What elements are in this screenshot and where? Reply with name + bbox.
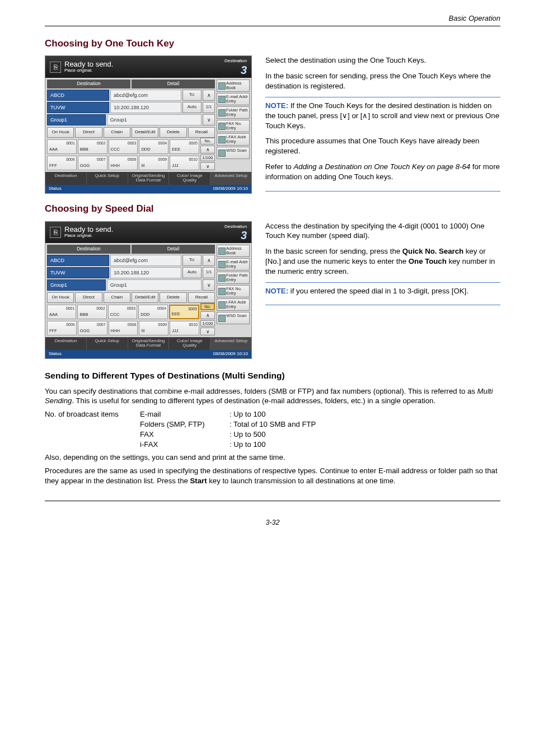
- page-number: 3-32: [45, 518, 500, 528]
- onetouch-key[interactable]: 0001AAA: [47, 305, 76, 319]
- panel-footer-tabs: Destination Quick Setup Original/Sending…: [45, 172, 251, 185]
- onetouch-key[interactable]: 0009III: [139, 321, 168, 335]
- status-label[interactable]: Status: [49, 351, 62, 357]
- onetouch-scroll-up[interactable]: ∧: [200, 146, 215, 153]
- onetouch-scroll-down[interactable]: ∨: [200, 162, 215, 170]
- dest-row-to-button[interactable]: To:: [182, 255, 202, 266]
- wsd-scan-button[interactable]: WSD Scan: [217, 147, 250, 159]
- email-entry-button[interactable]: E-mail Addr Entry: [217, 93, 250, 105]
- onetouch-key-highlight[interactable]: 0005EEE: [169, 305, 199, 319]
- foot-tab-origformat[interactable]: Original/Sending Data Format: [128, 337, 170, 350]
- wsd-scan-button[interactable]: WSD Scan: [217, 312, 250, 324]
- tab-destination[interactable]: Destination: [47, 80, 130, 88]
- onetouch-key[interactable]: 0003CCC: [109, 139, 138, 154]
- onetouch-key[interactable]: 0006FFF: [47, 321, 77, 335]
- onetouch-key[interactable]: 0008HHH: [109, 156, 138, 170]
- onhook-button[interactable]: On Hook: [47, 292, 74, 303]
- address-book-button[interactable]: Address Book: [217, 245, 250, 257]
- email-entry-button[interactable]: E-mail Addr Entry: [217, 258, 250, 270]
- chevron-down-icon: ∨: [342, 111, 348, 120]
- spec-val: : Up to 100: [229, 409, 500, 419]
- tab-detail[interactable]: Detail: [132, 80, 215, 88]
- dest-row-detail: abcd@efg.com: [110, 255, 181, 266]
- fax-entry-button[interactable]: FAX No. Entry: [217, 285, 250, 297]
- onetouch-key[interactable]: 0007GGG: [78, 156, 107, 170]
- tab-destination[interactable]: Destination: [47, 245, 130, 253]
- foot-tab-quicksetup[interactable]: Quick Setup: [87, 337, 128, 350]
- dest-page-ind: 1/1: [203, 267, 215, 278]
- s1-p1: Select the destination using the One Tou…: [265, 55, 500, 66]
- onetouch-key[interactable]: 0002BBB: [77, 305, 106, 319]
- chain-button[interactable]: Chain: [104, 127, 130, 138]
- direct-button[interactable]: Direct: [75, 292, 102, 303]
- chain-button[interactable]: Chain: [104, 292, 130, 303]
- panel-place: Place original.: [64, 68, 113, 74]
- no-button[interactable]: No.: [200, 138, 215, 144]
- foot-tab-color[interactable]: Color/ Image Quality: [169, 337, 210, 350]
- dest-row-name[interactable]: ABCD: [47, 90, 109, 101]
- tab-detail[interactable]: Detail: [132, 245, 215, 253]
- dest-page-ind: 1/1: [203, 102, 215, 113]
- dest-scroll-down[interactable]: ∨: [203, 279, 215, 291]
- onetouch-key[interactable]: 0004DDD: [138, 305, 167, 319]
- onetouch-key[interactable]: 0010JJJ: [170, 156, 199, 170]
- ifax-entry-button[interactable]: i-FAX Addr Entry: [217, 298, 250, 311]
- recall-button[interactable]: Recall: [188, 292, 215, 303]
- foot-tab-destination[interactable]: Destination: [45, 337, 87, 350]
- delete-button[interactable]: Delete: [160, 292, 186, 303]
- recall-button[interactable]: Recall: [188, 127, 215, 138]
- dest-row-auto-button[interactable]: Auto: [182, 102, 202, 113]
- foot-tab-advanced[interactable]: Advanced Setup: [210, 337, 251, 350]
- folder-entry-button[interactable]: Folder Path Entry: [217, 106, 250, 119]
- onhook-button[interactable]: On Hook: [47, 127, 74, 138]
- foot-tab-quicksetup[interactable]: Quick Setup: [87, 172, 128, 185]
- dest-scroll-down[interactable]: ∨: [203, 114, 215, 125]
- onetouch-key[interactable]: 0002BBB: [78, 139, 107, 154]
- fax-entry-button[interactable]: FAX No. Entry: [217, 120, 250, 132]
- foot-tab-origformat[interactable]: Original/Sending Data Format: [128, 172, 170, 185]
- dest-row-detail: Group1: [107, 114, 202, 125]
- onetouch-key[interactable]: 0004DDD: [139, 139, 168, 154]
- onetouch-key[interactable]: 0007GGG: [78, 321, 107, 335]
- no-button-highlight[interactable]: No.: [200, 303, 215, 310]
- dest-row-auto-button[interactable]: Auto: [182, 267, 202, 278]
- status-datetime: 08/08/2009 10:10: [213, 351, 248, 357]
- spec-val: : Total of 10 SMB and FTP: [229, 419, 500, 430]
- dest-row-name[interactable]: TUVW: [47, 102, 109, 113]
- onetouch-key[interactable]: 0001AAA: [47, 139, 77, 154]
- foot-tab-advanced[interactable]: Advanced Setup: [210, 172, 251, 185]
- panel-dest-count: 3: [241, 230, 247, 241]
- spec-type: Folders (SMP, FTP): [140, 419, 229, 430]
- ifax-entry-button[interactable]: i-FAX Addr Entry: [217, 133, 250, 146]
- detailedit-button[interactable]: Detail/Edit: [132, 292, 158, 303]
- foot-tab-destination[interactable]: Destination: [45, 172, 87, 185]
- dest-row-name[interactable]: TUVW: [47, 267, 109, 278]
- s2-title: Choosing by Speed Dial: [45, 203, 500, 216]
- dest-row-name[interactable]: ABCD: [47, 255, 109, 266]
- onetouch-scroll-up[interactable]: ∧: [200, 311, 215, 319]
- note-label: NOTE:: [265, 101, 288, 110]
- onetouch-key[interactable]: 0005EEE: [170, 139, 199, 154]
- dest-row-name[interactable]: Group1: [47, 114, 106, 125]
- dest-row-to-button[interactable]: To:: [182, 90, 202, 101]
- dest-row-detail: abcd@efg.com: [110, 90, 181, 101]
- onetouch-key[interactable]: 0009III: [139, 156, 168, 170]
- dest-row-detail: 10.200.188.120: [110, 267, 181, 278]
- address-book-button[interactable]: Address Book: [217, 80, 250, 92]
- onetouch-scroll-down[interactable]: ∨: [200, 328, 215, 335]
- s1-note: NOTE: If the One Touch Keys for the desi…: [265, 97, 500, 192]
- onetouch-key[interactable]: 0003CCC: [108, 305, 137, 319]
- foot-tab-color[interactable]: Color/ Image Quality: [169, 172, 210, 185]
- direct-button[interactable]: Direct: [75, 127, 102, 138]
- dest-scroll-up[interactable]: ∧: [203, 255, 215, 266]
- detailedit-button[interactable]: Detail/Edit: [132, 127, 158, 138]
- status-label[interactable]: Status: [49, 186, 62, 192]
- delete-button[interactable]: Delete: [160, 127, 186, 138]
- onetouch-key[interactable]: 0008HHH: [109, 321, 138, 335]
- onetouch-key[interactable]: 0010JJJ: [170, 321, 199, 335]
- dest-row-name[interactable]: Group1: [47, 279, 106, 291]
- onetouch-key[interactable]: 0006FFF: [47, 156, 77, 170]
- folder-entry-button[interactable]: Folder Path Entry: [217, 272, 250, 284]
- dest-row-detail: 10.200.188.120: [110, 102, 181, 113]
- dest-scroll-up[interactable]: ∧: [203, 90, 215, 101]
